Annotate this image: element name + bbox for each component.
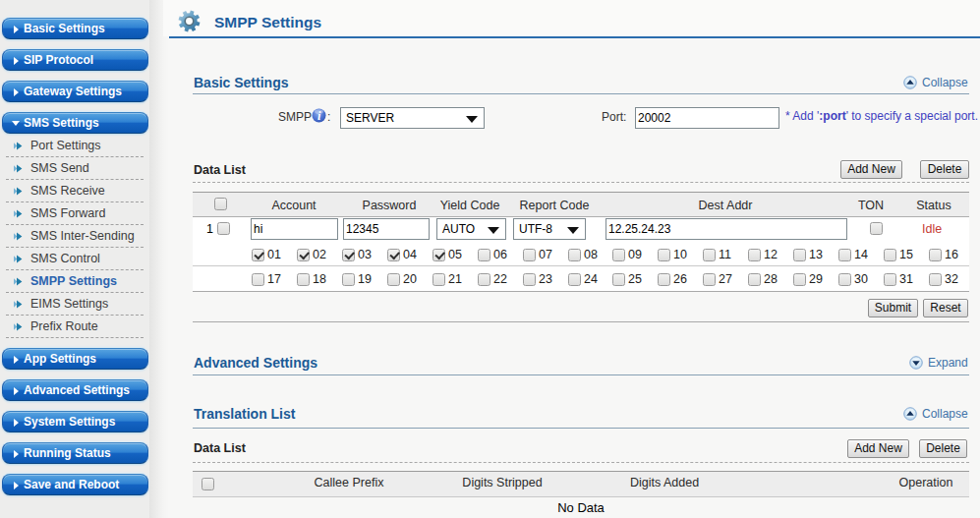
svg-text:i: i bbox=[317, 109, 321, 123]
